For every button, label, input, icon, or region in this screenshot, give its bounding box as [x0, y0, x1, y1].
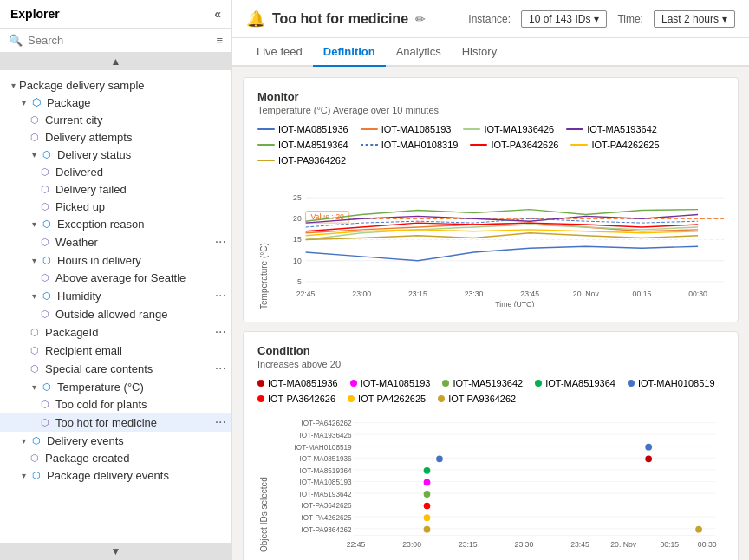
tab-live-feed[interactable]: Live feed: [246, 38, 313, 67]
instance-label: Instance:: [468, 13, 511, 25]
condition-legend: IOT-MA0851936 IOT-MA1085193 IOT-MA519364…: [257, 378, 724, 404]
monitor-chart-container: Temperature (°C) 5 10 15 20: [257, 173, 724, 309]
legend-label-6: IOT-MAH0108319: [381, 140, 459, 150]
tree-item-delivery-failed[interactable]: ⬡ Delivery failed: [0, 180, 231, 198]
cond-legend-label-1: IOT-MA0851936: [268, 378, 338, 388]
humidity-more-button[interactable]: ···: [210, 288, 231, 303]
label-special-care: Special care contents: [45, 362, 210, 375]
tree-item-temperature[interactable]: ▾ ⬡ Temperature (°C): [0, 378, 231, 395]
sidebar: Explorer « 🔍 ≡ ▲ ▾ Package delivery samp…: [0, 0, 232, 560]
time-value: Last 2 hours: [661, 13, 719, 25]
filter-icon[interactable]: ≡: [216, 34, 223, 47]
tree-item-weather[interactable]: ⬡ Weather ···: [0, 232, 231, 251]
cond-legend-label-2: IOT-MA1085193: [361, 378, 431, 388]
tree-item-delivery-attempts[interactable]: ⬡ Delivery attempts: [0, 128, 231, 146]
condition-y-label: Object IDs selected: [257, 411, 269, 552]
chevron-exception-reason: ▾: [28, 218, 40, 230]
tree-item-package-created[interactable]: ⬡ Package created: [0, 449, 231, 466]
monitor-legend: IOT-MA0851936 IOT-MA1085193 IOT-MA193642…: [257, 124, 724, 166]
label-too-hot: Too hot for medicine: [55, 416, 210, 429]
svg-text:00:15: 00:15: [660, 540, 679, 549]
cond-legend-2: IOT-MA1085193: [350, 378, 431, 388]
too-cold-icon: ⬡: [38, 397, 52, 411]
content-area: Monitor Temperature (°C) Average over 10…: [232, 67, 749, 560]
svg-text:00:30: 00:30: [688, 290, 707, 298]
label-above-average: Above average for Seattle: [55, 271, 231, 284]
tree-item-delivery-events[interactable]: ▾ ⬡ Delivery events: [0, 432, 231, 449]
sidebar-header: Explorer «: [0, 0, 231, 29]
cond-legend-8: IOT-PA9364262: [438, 394, 516, 404]
scroll-down-arrow[interactable]: ▼: [0, 543, 231, 560]
tab-history[interactable]: History: [452, 38, 507, 67]
legend-item-6: IOT-MAH0108319: [361, 140, 459, 150]
legend-item-8: IOT-PA4262625: [570, 140, 659, 150]
label-picked-up: Picked up: [55, 200, 231, 213]
scroll-up-arrow[interactable]: ▲: [0, 53, 231, 70]
legend-label-9: IOT-PA9364262: [278, 155, 346, 166]
chevron-delivery-events: ▾: [17, 434, 29, 446]
edit-icon[interactable]: ✏: [415, 12, 426, 26]
special-care-more-button[interactable]: ···: [210, 361, 231, 376]
time-selector[interactable]: Last 2 hours ▾: [654, 10, 735, 28]
instance-value: 10 of 143 IDs: [529, 13, 590, 25]
tab-analytics[interactable]: Analytics: [386, 38, 452, 67]
svg-point-49: [436, 455, 443, 462]
alert-bell-icon: 🔔: [246, 10, 265, 29]
tree-item-package[interactable]: ▾ ⬡ Package: [0, 94, 231, 111]
tree-item-too-cold[interactable]: ⬡ Too cold for plants: [0, 395, 231, 413]
legend-item-1: IOT-MA0851936: [257, 124, 348, 134]
tree-item-delivered[interactable]: ⬡ Delivered: [0, 163, 231, 180]
cond-legend-1: IOT-MA0851936: [257, 378, 338, 388]
tree-item-packageid[interactable]: ⬡ PackageId ···: [0, 322, 231, 342]
monitor-subtitle: Temperature (°C) Average over 10 minutes: [257, 105, 724, 115]
instance-selector[interactable]: 10 of 143 IDs ▾: [521, 10, 607, 28]
tree-item-pkg-delivery-sample[interactable]: ▾ Package delivery sample: [0, 77, 231, 94]
chevron-hours: ▾: [28, 254, 40, 266]
sidebar-collapse-button[interactable]: «: [214, 7, 221, 21]
time-label: Time:: [617, 13, 643, 25]
svg-text:00:30: 00:30: [698, 540, 717, 549]
tabs-bar: Live feed Definition Analytics History: [232, 38, 749, 67]
svg-text:23:30: 23:30: [515, 540, 534, 549]
tree-item-exception-reason[interactable]: ▾ ⬡ Exception reason: [0, 215, 231, 232]
tree-item-pkg-delivery-events[interactable]: ▾ ⬡ Package delivery events: [0, 466, 231, 484]
svg-text:15: 15: [293, 235, 302, 244]
svg-point-50: [645, 444, 652, 451]
delivery-events-icon: ⬡: [29, 433, 43, 447]
too-hot-more-button[interactable]: ···: [210, 414, 231, 430]
tree-container[interactable]: ▾ Package delivery sample ▾ ⬡ Package ⬡ …: [0, 70, 231, 543]
property-icon-2: ⬡: [28, 130, 42, 144]
tab-definition[interactable]: Definition: [313, 38, 386, 67]
packageid-more-button[interactable]: ···: [210, 324, 231, 340]
monitor-card: Monitor Temperature (°C) Average over 10…: [243, 77, 739, 322]
legend-item-7: IOT-PA3642626: [470, 140, 558, 150]
tree-item-too-hot[interactable]: ⬡ Too hot for medicine ···: [0, 413, 231, 432]
svg-text:23:45: 23:45: [570, 540, 589, 549]
tree-item-current-city[interactable]: ⬡ Current city: [0, 111, 231, 128]
tree-item-hours-delivery[interactable]: ▾ ⬡ Hours in delivery: [0, 251, 231, 269]
tree-item-special-care[interactable]: ⬡ Special care contents ···: [0, 359, 231, 378]
cond-legend-label-3: IOT-MA5193642: [453, 378, 523, 388]
tree-item-outside-allowed[interactable]: ⬡ Outside allowed range: [0, 305, 231, 322]
too-hot-icon: ⬡: [38, 415, 52, 429]
tree-item-recipient-email[interactable]: ⬡ Recipient email: [0, 342, 231, 359]
tree-item-delivery-status[interactable]: ▾ ⬡ Delivery status: [0, 146, 231, 163]
cond-legend-label-7: IOT-PA4262625: [358, 394, 426, 404]
search-input[interactable]: [28, 34, 211, 47]
svg-text:IOT-PA9364262: IOT-PA9364262: [301, 526, 352, 534]
weather-more-button[interactable]: ···: [210, 234, 231, 250]
svg-point-47: [424, 514, 431, 521]
chevron-pkg-delivery: ▾: [7, 80, 19, 92]
label-package: Package: [47, 96, 231, 109]
legend-item-5: IOT-MA8519364: [257, 140, 348, 150]
svg-point-45: [424, 491, 431, 498]
svg-text:23:15: 23:15: [459, 540, 478, 549]
svg-text:IOT-MA0851936: IOT-MA0851936: [299, 455, 352, 463]
label-package-created: Package created: [45, 452, 231, 465]
tree-item-above-average[interactable]: ⬡ Above average for Seattle: [0, 269, 231, 286]
label-delivered: Delivered: [55, 166, 231, 179]
tree-item-picked-up[interactable]: ⬡ Picked up: [0, 198, 231, 215]
tree-item-humidity[interactable]: ▾ ⬡ Humidity ···: [0, 286, 231, 305]
svg-text:10: 10: [293, 257, 302, 265]
svg-text:20: 20: [293, 214, 302, 223]
